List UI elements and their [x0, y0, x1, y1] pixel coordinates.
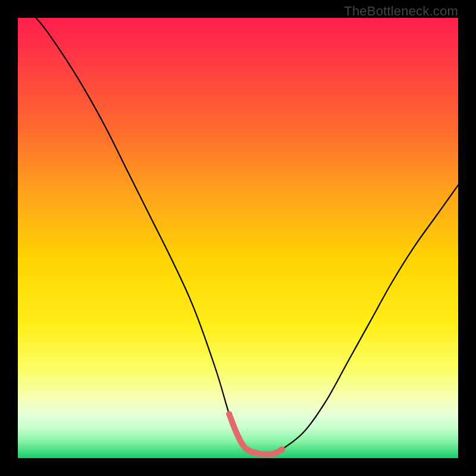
bottleneck-curve-highlight: [229, 414, 282, 455]
watermark-text: TheBottleneck.com: [344, 4, 458, 19]
highlight-start-dot: [226, 411, 232, 417]
curve-layer: [18, 18, 458, 458]
bottleneck-curve: [18, 18, 458, 455]
plot-area: [18, 18, 458, 458]
chart-frame: TheBottleneck.com: [0, 0, 476, 476]
highlight-end-dot: [279, 446, 285, 452]
